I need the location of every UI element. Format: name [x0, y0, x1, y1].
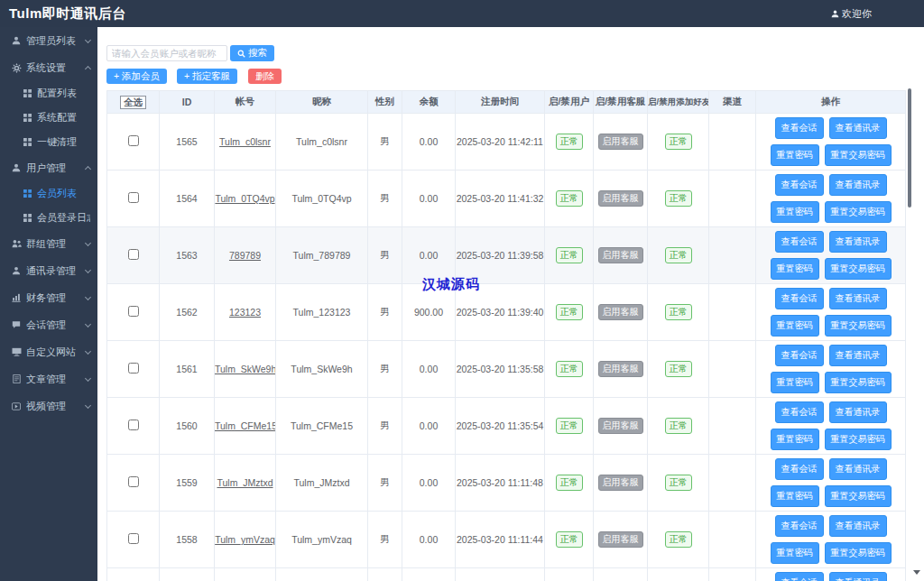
- assign-service-button[interactable]: + 指定客服: [177, 69, 237, 84]
- user-status-badge[interactable]: 正常: [556, 304, 583, 320]
- cell-nickname: Tulm_123123: [276, 284, 368, 341]
- sidebar-item[interactable]: 视频管理: [0, 392, 97, 420]
- user-status-badge[interactable]: 正常: [556, 247, 583, 263]
- action-button[interactable]: 查看会话: [775, 174, 824, 196]
- action-button[interactable]: 查看会话: [775, 572, 824, 581]
- account-link[interactable]: Tulm_JMztxd: [217, 477, 273, 488]
- sidebar-item[interactable]: 系统设置: [0, 54, 97, 81]
- add-member-button[interactable]: + 添加会员: [106, 69, 167, 84]
- sidebar-item[interactable]: 通讯录管理: [0, 257, 97, 284]
- scrollbar-thumb[interactable]: [908, 88, 911, 208]
- action-button[interactable]: 重置交易密码: [825, 485, 892, 507]
- action-button[interactable]: 查看通讯录: [829, 174, 887, 196]
- friend-status-badge[interactable]: 正常: [665, 190, 692, 207]
- sidebar-item[interactable]: 系统配置: [0, 106, 97, 130]
- account-link[interactable]: Tulm_SkWe9h: [215, 364, 276, 374]
- user-status-badge[interactable]: 正常: [556, 134, 583, 150]
- sidebar-item[interactable]: 文章管理: [0, 365, 97, 392]
- account-link[interactable]: Tulm_ymVzaq: [215, 534, 275, 545]
- row-checkbox[interactable]: [128, 306, 139, 317]
- action-button[interactable]: 重置交易密码: [825, 542, 892, 564]
- sidebar-item[interactable]: 用户管理: [0, 154, 97, 181]
- search-button[interactable]: 搜索: [230, 45, 274, 61]
- action-button[interactable]: 查看通讯录: [829, 458, 887, 480]
- action-button[interactable]: 重置密码: [771, 315, 819, 337]
- sidebar-item[interactable]: 一键清理: [0, 130, 97, 154]
- row-checkbox[interactable]: [128, 363, 139, 374]
- account-link[interactable]: Tulm_0TQ4vp: [215, 193, 274, 204]
- sidebar-item[interactable]: 会员列表: [0, 181, 97, 206]
- sidebar-item[interactable]: 自定义网站: [0, 338, 97, 365]
- row-checkbox[interactable]: [128, 533, 139, 544]
- action-button[interactable]: 查看通讯录: [829, 572, 887, 581]
- action-button[interactable]: 重置交易密码: [825, 201, 892, 223]
- action-button[interactable]: 重置密码: [771, 201, 819, 223]
- action-button[interactable]: 查看通讯录: [829, 288, 887, 309]
- service-status-badge[interactable]: 启用客服: [598, 134, 643, 150]
- action-button[interactable]: 查看会话: [775, 458, 824, 480]
- action-button[interactable]: 重置交易密码: [825, 429, 892, 450]
- account-link[interactable]: 123123: [229, 307, 261, 318]
- welcome-menu[interactable]: 欢迎你: [831, 7, 872, 21]
- action-button[interactable]: 重置交易密码: [825, 144, 892, 166]
- service-status-badge[interactable]: 启用客服: [598, 190, 643, 207]
- action-button[interactable]: 重置交易密码: [825, 372, 892, 393]
- sidebar-item[interactable]: 管理员列表: [0, 27, 97, 54]
- action-button[interactable]: 查看通讯录: [829, 401, 887, 423]
- action-button[interactable]: 查看通讯录: [829, 345, 887, 366]
- friend-status-badge[interactable]: 正常: [665, 418, 692, 434]
- service-status-badge[interactable]: 启用客服: [598, 475, 643, 491]
- service-status-badge[interactable]: 启用客服: [598, 361, 643, 377]
- user-status-badge[interactable]: 正常: [556, 418, 583, 434]
- sidebar-item[interactable]: 群组管理: [0, 230, 97, 257]
- account-link[interactable]: Tulm_CFMe15: [215, 420, 276, 431]
- action-button[interactable]: 查看会话: [775, 401, 824, 423]
- row-checkbox[interactable]: [128, 249, 139, 260]
- sidebar-item[interactable]: 配置列表: [0, 81, 97, 106]
- action-button[interactable]: 重置密码: [771, 542, 819, 564]
- service-status-badge[interactable]: 启用客服: [598, 247, 643, 263]
- action-button[interactable]: 查看通讯录: [829, 515, 887, 537]
- row-checkbox[interactable]: [128, 420, 139, 430]
- user-status-badge[interactable]: 正常: [556, 190, 583, 207]
- sidebar-item-label: 文章管理: [26, 373, 86, 386]
- user-status-badge[interactable]: 正常: [556, 475, 583, 491]
- service-status-badge[interactable]: 启用客服: [598, 531, 643, 548]
- scrollbar-down-arrow[interactable]: [913, 570, 920, 578]
- sidebar-item[interactable]: 会员登录日志: [0, 206, 97, 230]
- row-checkbox[interactable]: [128, 192, 139, 203]
- action-button[interactable]: 重置密码: [771, 372, 819, 393]
- friend-status-badge[interactable]: 正常: [665, 475, 692, 491]
- select-all-label[interactable]: 全选: [120, 96, 146, 109]
- sidebar-item[interactable]: 财务管理: [0, 284, 97, 311]
- friend-status-badge[interactable]: 正常: [665, 134, 692, 150]
- sidebar-item[interactable]: 会话管理: [0, 311, 97, 338]
- user-status-badge[interactable]: 正常: [556, 361, 583, 377]
- action-button[interactable]: 重置密码: [771, 429, 819, 450]
- friend-status-badge[interactable]: 正常: [665, 361, 692, 377]
- row-checkbox[interactable]: [128, 476, 139, 487]
- search-input[interactable]: [106, 45, 227, 61]
- delete-button[interactable]: 删除: [248, 69, 282, 84]
- friend-status-badge[interactable]: 正常: [665, 247, 692, 263]
- account-link[interactable]: Tulm_c0lsnr: [219, 136, 271, 147]
- user-status-badge[interactable]: 正常: [556, 531, 583, 548]
- action-button[interactable]: 重置密码: [771, 485, 819, 507]
- friend-status-badge[interactable]: 正常: [665, 531, 692, 548]
- action-button[interactable]: 查看会话: [775, 345, 824, 366]
- action-button[interactable]: 查看会话: [775, 288, 824, 309]
- action-button[interactable]: 重置密码: [771, 144, 819, 166]
- action-button[interactable]: 查看会话: [775, 231, 824, 253]
- service-status-badge[interactable]: 启用客服: [598, 418, 643, 434]
- row-checkbox[interactable]: [128, 135, 139, 146]
- action-button[interactable]: 查看会话: [775, 117, 824, 139]
- service-status-badge[interactable]: 启用客服: [598, 304, 643, 320]
- action-button[interactable]: 查看通讯录: [829, 117, 887, 139]
- friend-status-badge[interactable]: 正常: [665, 304, 692, 320]
- action-button[interactable]: 查看通讯录: [829, 231, 887, 253]
- action-button[interactable]: 重置交易密码: [825, 258, 892, 280]
- action-button[interactable]: 重置密码: [771, 258, 819, 280]
- action-button[interactable]: 查看会话: [775, 515, 824, 537]
- action-button[interactable]: 重置交易密码: [825, 315, 892, 337]
- account-link[interactable]: 789789: [229, 250, 261, 261]
